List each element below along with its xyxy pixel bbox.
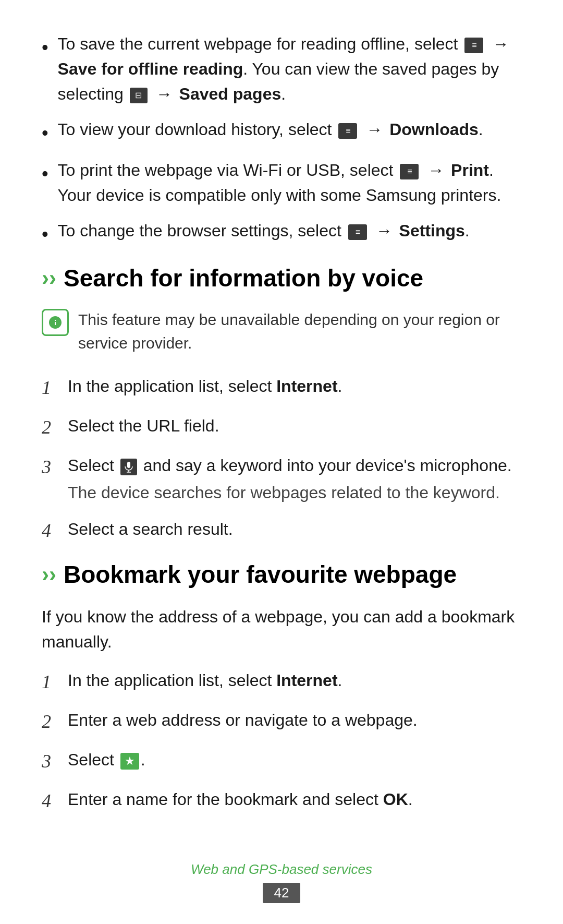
- step2-2-text: Enter a web address or navigate to a web…: [68, 707, 521, 733]
- svg-rect-0: [127, 462, 130, 468]
- section1-steps: 1 In the application list, select Intern…: [42, 374, 521, 545]
- step1-3-sub: The device searches for webpages related…: [68, 480, 521, 505]
- menu-icon-3: ≡: [400, 164, 419, 179]
- arrow: →: [492, 34, 509, 53]
- bullet-save-offline: • To save the current webpage for readin…: [42, 31, 521, 106]
- section1-heading-text: Search for information by voice: [64, 264, 423, 292]
- step2-2: 2 Enter a web address or navigate to a w…: [42, 707, 521, 736]
- bullet-downloads: • To view your download history, select …: [42, 117, 521, 147]
- star-icon: ★: [120, 753, 139, 770]
- step2-3: 3 Select ★.: [42, 747, 521, 775]
- step2-3-text: Select ★.: [68, 747, 521, 772]
- bullet-print-text: To print the webpage via Wi-Fi or USB, s…: [58, 158, 521, 208]
- ok-label: OK: [383, 790, 408, 809]
- footer-label: Web and GPS-based services: [191, 861, 372, 878]
- section2-steps: 1 In the application list, select Intern…: [42, 668, 521, 815]
- step2-1: 1 In the application list, select Intern…: [42, 668, 521, 696]
- step1-1-text: In the application list, select Internet…: [68, 374, 521, 399]
- bullet-downloads-text: To view your download history, select ≡ …: [58, 117, 521, 142]
- step1-1: 1 In the application list, select Intern…: [42, 374, 521, 402]
- mic-icon: [120, 459, 137, 475]
- arrow: →: [427, 161, 444, 179]
- step2-4: 4 Enter a name for the bookmark and sele…: [42, 787, 521, 815]
- settings-label: Settings: [399, 221, 465, 240]
- menu-icon-4: ≡: [348, 224, 367, 240]
- step1-3-text: Select and say a keyword into your devic…: [68, 453, 521, 505]
- section1-heading: ›› Search for information by voice: [42, 264, 521, 292]
- chevron-icon-1: ››: [42, 266, 56, 291]
- arrow: →: [366, 120, 383, 139]
- section2-heading: ›› Bookmark your favourite webpage: [42, 560, 521, 589]
- note-icon: [42, 309, 69, 336]
- step-number: 2: [42, 707, 68, 736]
- intro-bullet-list: • To save the current webpage for readin…: [42, 31, 521, 248]
- step-number: 3: [42, 453, 68, 481]
- step1-2: 2 Select the URL field.: [42, 413, 521, 441]
- bullet-dot: •: [42, 160, 48, 188]
- chevron-icon-2: ››: [42, 562, 56, 587]
- downloads-label: Downloads: [389, 120, 479, 139]
- step-number: 4: [42, 787, 68, 815]
- step1-4-text: Select a search result.: [68, 517, 521, 542]
- note-text: This feature may be unavailable dependin…: [78, 308, 521, 355]
- internet-label-1: Internet: [276, 377, 337, 395]
- page-footer: Web and GPS-based services 42: [0, 861, 563, 903]
- bullet-save-offline-text: To save the current webpage for reading …: [58, 31, 521, 106]
- arrow: →: [376, 221, 393, 240]
- arrow2: →: [156, 85, 173, 103]
- print-label: Print: [451, 161, 489, 179]
- bullet-print: • To print the webpage via Wi-Fi or USB,…: [42, 158, 521, 208]
- saved-pages-label: Saved pages: [179, 85, 282, 103]
- note-box: This feature may be unavailable dependin…: [42, 308, 521, 355]
- step1-3: 3 Select and say a keyword into your dev…: [42, 453, 521, 505]
- saved-pages-icon: ⊟: [130, 88, 148, 103]
- bullet-dot: •: [42, 33, 48, 62]
- bullet-dot: •: [42, 220, 48, 248]
- save-offline-label: Save for offline reading: [58, 59, 243, 78]
- bullet-dot: •: [42, 119, 48, 147]
- step2-4-text: Enter a name for the bookmark and select…: [68, 787, 521, 812]
- step-number: 1: [42, 374, 68, 402]
- step-number: 1: [42, 668, 68, 696]
- menu-icon-1: ≡: [464, 38, 483, 53]
- bullet-settings: • To change the browser settings, select…: [42, 218, 521, 248]
- step-number: 3: [42, 747, 68, 775]
- internet-label-2: Internet: [276, 671, 337, 690]
- step-number: 4: [42, 517, 68, 545]
- step1-4: 4 Select a search result.: [42, 517, 521, 545]
- section2-heading-text: Bookmark your favourite webpage: [64, 560, 457, 589]
- section2-intro: If you know the address of a webpage, yo…: [42, 604, 521, 654]
- page-number: 42: [263, 883, 301, 903]
- step1-2-text: Select the URL field.: [68, 413, 521, 438]
- step-number: 2: [42, 413, 68, 441]
- menu-icon-2: ≡: [338, 123, 357, 139]
- step2-1-text: In the application list, select Internet…: [68, 668, 521, 693]
- bullet-settings-text: To change the browser settings, select ≡…: [58, 218, 521, 243]
